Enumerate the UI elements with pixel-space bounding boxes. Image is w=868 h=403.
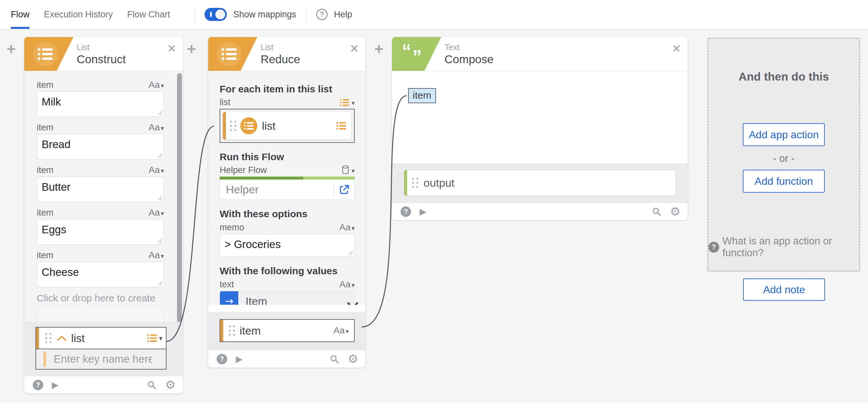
field-input[interactable]: Bread — [37, 134, 164, 160]
close-icon[interactable]: ✕ — [350, 43, 359, 54]
card-header[interactable]: List Reduce ✕ — [208, 37, 366, 71]
close-icon[interactable]: ✕ — [167, 43, 177, 54]
add-note-button[interactable]: Add note — [743, 278, 825, 301]
caret-down-icon: ▾ — [351, 167, 355, 174]
list-icon — [217, 42, 242, 67]
field-type-selector[interactable]: Aa▾ — [149, 79, 164, 90]
card-help-icon[interactable]: ? — [401, 206, 411, 217]
add-card-button[interactable]: + — [372, 43, 386, 56]
show-mappings-toggle[interactable] — [205, 8, 227, 21]
drag-handle-icon[interactable] — [229, 325, 235, 336]
field-label: item — [37, 80, 54, 90]
field-type-selector[interactable]: Aa▾ — [149, 122, 164, 133]
field-input[interactable]: Milk — [37, 92, 164, 117]
tab-flow[interactable]: Flow — [11, 0, 30, 29]
card-title-block: List Construct — [77, 43, 126, 66]
open-flow-icon[interactable] — [339, 184, 350, 195]
mapped-value-pill[interactable]: list — [223, 112, 351, 140]
field-type-selector[interactable]: Aa▾ — [149, 250, 164, 261]
text-type-icon: Aa — [149, 165, 160, 175]
field-type-selector[interactable]: Aa▾ — [339, 222, 355, 233]
field-type-selector[interactable]: Aa▾ — [339, 279, 355, 290]
resize-handle-icon — [158, 281, 162, 286]
card-action-name: Compose — [444, 53, 494, 66]
add-card-button[interactable]: + — [4, 43, 18, 56]
field-type-selector[interactable]: Aa▾ — [149, 207, 164, 218]
divider — [334, 183, 334, 196]
mapped-text-value[interactable]: → Item — [220, 291, 355, 305]
help-label[interactable]: Help — [334, 9, 352, 20]
field-label: list — [220, 97, 230, 107]
output-row-output[interactable]: output — [404, 170, 676, 196]
flow-type-selector[interactable]: ▾ — [342, 165, 355, 174]
output-row-item[interactable]: item Aa▾ — [220, 319, 355, 342]
caret-down-icon[interactable]: ▾ — [159, 334, 163, 342]
add-card-button[interactable]: + — [185, 43, 198, 56]
drag-handle-icon[interactable] — [230, 121, 236, 131]
drag-handle-icon[interactable] — [45, 333, 52, 343]
search-icon[interactable] — [652, 207, 661, 216]
or-separator: - or - — [708, 153, 859, 165]
add-app-action-button[interactable]: Add app action — [743, 123, 825, 146]
test-run-icon[interactable]: ▶ — [420, 206, 427, 216]
memo-value: > Groceries — [224, 238, 281, 250]
list-input-dropzone[interactable]: list — [220, 109, 355, 143]
card-list-reduce: List Reduce ✕ For each item in this list… — [208, 37, 366, 368]
card-header[interactable]: “ ” Text Compose ✕ — [392, 37, 688, 71]
output-type-selector[interactable]: Aa▾ — [333, 325, 349, 336]
nav-divider — [306, 7, 307, 22]
memo-input[interactable]: > Groceries — [220, 234, 355, 257]
list-type-icon[interactable] — [147, 334, 157, 342]
field-group: item Aa▾ Milk — [37, 79, 164, 117]
card-help-icon[interactable]: ? — [33, 380, 43, 390]
mapped-arrow-icon: → — [220, 291, 238, 305]
resize-handle-icon — [158, 196, 162, 201]
question-glyph: ? — [220, 355, 224, 363]
drop-hint[interactable]: Click or drop here to create — [37, 293, 164, 304]
tab-flow-chart-label: Flow Chart — [127, 9, 170, 20]
question-glyph: ? — [404, 207, 408, 216]
search-icon[interactable] — [330, 354, 339, 364]
toggle-on-icon — [210, 12, 212, 17]
field-group: item Aa▾ Butter — [37, 165, 164, 202]
text-type-icon: Aa — [149, 250, 160, 260]
list-type-selector[interactable]: ▾ — [340, 99, 355, 106]
card-header[interactable]: List Construct ✕ — [24, 37, 183, 71]
card-app-name: List — [77, 43, 126, 52]
gear-icon[interactable]: ⚙ — [670, 206, 681, 217]
close-icon[interactable]: ✕ — [672, 43, 681, 54]
helper-flow-field: Helper — [220, 177, 355, 200]
section-heading: For each item in this list — [220, 83, 355, 95]
scrollbar-thumb[interactable] — [177, 73, 182, 322]
expand-chevron-icon[interactable] — [346, 299, 359, 305]
caret-down-icon: ▾ — [161, 125, 164, 132]
helper-flow-input[interactable]: Helper — [220, 179, 355, 200]
orange-bar — [220, 320, 223, 341]
flow-progress-bar — [220, 177, 355, 179]
field-input[interactable]: Butter — [37, 177, 164, 202]
tab-execution-history[interactable]: Execution History — [44, 0, 113, 29]
add-function-button[interactable]: Add function — [743, 170, 825, 193]
output-row-list[interactable]: list ▾ — [36, 328, 166, 349]
field-type-selector[interactable]: Aa▾ — [149, 165, 164, 175]
test-run-icon[interactable]: ▶ — [52, 380, 59, 390]
test-run-icon[interactable]: ▶ — [236, 354, 243, 364]
compose-editor[interactable]: item — [392, 71, 688, 163]
panel-help[interactable]: ? What is an app action or function? — [708, 235, 859, 259]
gear-icon[interactable]: ⚙ — [165, 379, 176, 391]
token-chip-item[interactable]: item — [408, 88, 436, 103]
tab-flow-chart[interactable]: Flow Chart — [127, 0, 170, 29]
new-field-dropzone[interactable] — [37, 308, 164, 322]
key-name-input[interactable] — [54, 353, 152, 365]
gear-icon[interactable]: ⚙ — [348, 353, 358, 365]
field-input[interactable]: Eggs — [37, 219, 164, 245]
output-key-row — [36, 349, 166, 369]
chevron-up-icon[interactable] — [57, 335, 66, 341]
search-icon[interactable] — [147, 380, 157, 390]
field-label: item — [37, 250, 54, 261]
field-input[interactable]: Cheese — [37, 262, 164, 287]
caret-down-icon: ▾ — [351, 225, 355, 232]
card-help-icon[interactable]: ? — [217, 354, 227, 364]
drag-handle-icon[interactable] — [412, 177, 418, 188]
quote-icon: “ ” — [398, 42, 423, 67]
